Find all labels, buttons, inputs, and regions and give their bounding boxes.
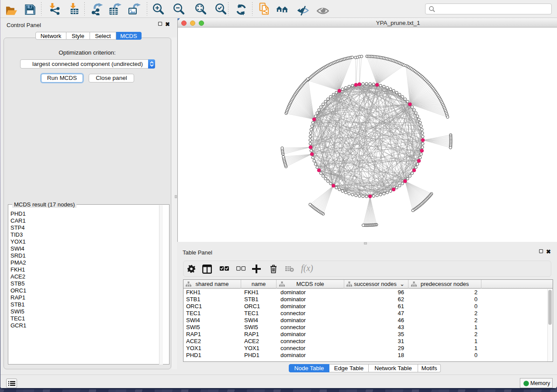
svg-text:f(x): f(x) bbox=[301, 264, 313, 273]
